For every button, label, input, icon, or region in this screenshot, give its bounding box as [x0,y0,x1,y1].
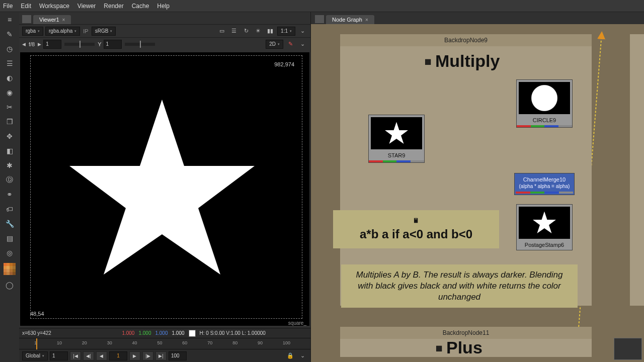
alpha-select[interactable]: rgba.alpha [45,27,80,36]
menu-icon[interactable]: ≡ [5,15,14,24]
node-label: STAR9 [369,151,424,160]
playback-mode[interactable]: Global [22,351,48,360]
particles-icon[interactable]: ✱ [5,161,14,170]
node-graph[interactable]: BackdropNode9 ▦ Multiply STAR9 CIRCLE9 [311,24,644,362]
color-palette-icon[interactable] [4,263,16,275]
cube-icon[interactable]: ◧ [5,146,14,155]
other-icon[interactable]: ◯ [5,281,14,290]
menu-edit[interactable]: Edit [21,3,31,10]
node-channelmerge10[interactable]: ChannelMerge10 (alpha * alpha = alpha) [514,173,575,195]
close-icon[interactable]: × [365,17,368,23]
title-multiply: ▦ Multiply [425,51,500,71]
play-back-button[interactable]: ◀ [96,351,107,360]
fstop-input[interactable] [43,40,61,49]
status-swatch [189,330,196,337]
menu-workspace[interactable]: Workspace [39,3,69,10]
disk-icon[interactable]: ▤ [5,234,14,243]
grid-icon: ▦ [425,57,431,65]
step-fwd-button[interactable]: |▶ [142,351,153,360]
readout-bottomleft: 48,54 [30,311,44,317]
menu-help[interactable]: Help [157,3,170,10]
panel-icon[interactable] [22,15,31,23]
formula-note[interactable]: 🖩 a*b a if a<0 and b<0 [333,210,499,248]
menu-viewer[interactable]: Viewer [77,3,96,10]
minimap[interactable] [614,338,642,360]
refresh-icon[interactable]: ↻ [241,27,251,36]
brush-icon[interactable]: ✎ [5,30,14,39]
node-thumb [371,117,422,149]
status-b: 1.000 [155,330,168,336]
node-star9[interactable]: STAR9 [368,115,425,163]
wrench-icon[interactable]: 🔧 [5,219,14,228]
globe-icon[interactable]: ◐ [5,73,14,82]
end-frame[interactable] [169,351,187,360]
node-label: PostageStamp6 [517,241,572,250]
pause-icon[interactable]: ▮▮ [265,27,275,36]
list-icon[interactable]: ☰ [229,27,239,36]
close-icon[interactable]: × [62,17,65,23]
viewer-statusbar: x=630 y=422 1.000 1.000 1.000 1.000 H: 0… [19,328,310,338]
colorspace-select[interactable]: sRGB [92,27,116,36]
play-button[interactable]: ▶ [129,351,140,360]
tab-nodegraph[interactable]: Node Graph × [326,15,374,24]
tag-icon[interactable]: 🏷 [5,205,14,214]
description-note[interactable]: Multiplies A by B. The result is always … [341,264,578,308]
status-a: 1.000 [172,330,185,336]
bars-icon[interactable]: ☰ [5,59,14,68]
viewer-canvas[interactable]: 982,974 48,54 square_ [20,52,309,326]
readout-bottomright: square_ [288,320,306,326]
start-frame[interactable] [50,351,68,360]
tool-column: ≡ ✎ ◷ ☰ ◐ ◉ ✂ ❒ ✥ ◧ ✱ Ⓓ ⚭ 🏷 🔧 ▤ ◎ ◯ [0,12,19,362]
menu-render[interactable]: Render [104,3,123,10]
tab-viewer1[interactable]: Viewer1 × [33,15,71,24]
tab-label: Node Graph [332,17,362,23]
wipe-icon[interactable]: ▭ [217,27,227,36]
menu-cache[interactable]: Cache [132,3,149,10]
sphere-icon[interactable]: ◉ [5,88,14,97]
gamma-input[interactable] [104,40,122,49]
channel-select[interactable]: rgba [22,27,43,36]
nodegraph-tabstrip: Node Graph × [311,12,644,24]
transport-bar: Global |◀ ◀| ◀ ▶ |▶ ▶| 🔒 ⌄ [19,349,310,362]
readout-topright: 982,974 [274,61,294,67]
zoom-select[interactable]: 1:1 [277,27,295,36]
chevron-down-icon-2[interactable]: ⌄ [297,40,307,49]
chevron-down-icon-3[interactable]: ⌄ [297,351,307,360]
viewer-tabstrip: Viewer1 × [19,12,310,24]
step-back-button[interactable]: ◀| [83,351,94,360]
next-icon[interactable]: ▶ [38,42,41,47]
move-icon[interactable]: ✥ [5,132,14,141]
viewer-toolbar-1: rgba rgba.alpha IP sRGB ▭ ☰ ↻ ☀ ▮▮ 1:1 ⌄ [19,24,310,37]
status-hsv: H: 0 S:0.00 V:1.00 L: 1.00000 [200,330,266,336]
node-circle9[interactable]: CIRCLE9 [516,79,573,128]
menu-file[interactable]: File [3,3,13,10]
current-frame[interactable] [109,351,127,360]
viewer-toolbar-2: ◀ f/8 ▶ Y 2D ✎ ⌄ [19,37,310,50]
title-plus: ▦ Plus [436,338,482,357]
globe2-icon[interactable]: ◎ [5,248,14,257]
node-postagestamp6[interactable]: PostageStamp6 [516,204,573,250]
link-icon[interactable]: ⚭ [5,190,14,199]
gear-icon[interactable]: ☀ [253,27,263,36]
lock-icon[interactable]: 🔒 [285,351,295,360]
timeline[interactable]: 1102030405060708090100 [19,338,310,349]
chevron-down-icon[interactable]: ⌄ [297,27,307,36]
panel-icon[interactable] [315,15,324,23]
d-icon[interactable]: Ⓓ [5,175,14,185]
dims-select[interactable]: 2D [266,40,283,49]
knife-icon[interactable]: ✂ [5,103,14,112]
backdrop-offscreen[interactable] [630,34,644,306]
y-label: Y [98,41,101,47]
status-xy: x=630 y=422 [22,330,51,336]
node-thumb [519,82,570,114]
layers-icon[interactable]: ❒ [5,117,14,126]
clock-icon[interactable]: ◷ [5,44,14,53]
record-icon[interactable]: ✎ [285,40,295,49]
goto-start-button[interactable]: |◀ [70,351,81,360]
gain-slider[interactable] [64,43,95,46]
gamma-slider[interactable] [125,43,155,46]
timeline-ruler: 1102030405060708090100 [34,340,290,347]
prev-icon[interactable]: ◀ [22,42,26,47]
node-label: CIRCLE9 [517,116,572,125]
goto-end-button[interactable]: ▶| [155,351,167,360]
